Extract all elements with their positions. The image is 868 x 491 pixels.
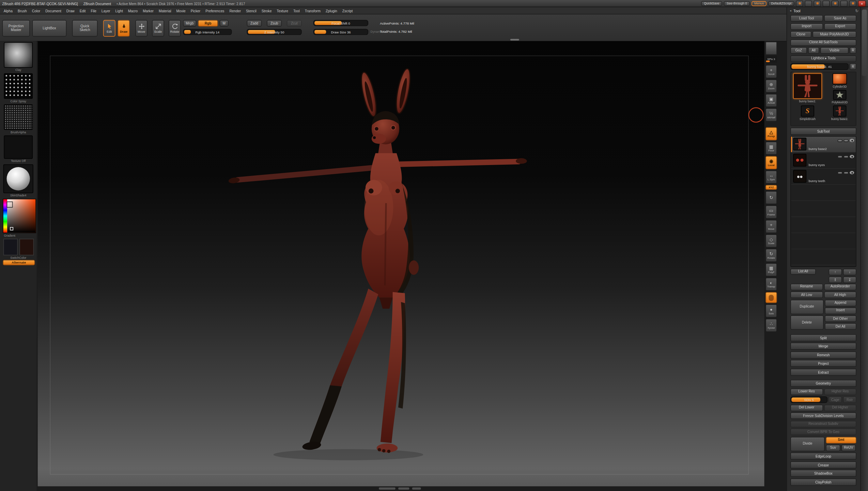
panel-refresh-icon[interactable]: ↻	[855, 9, 859, 13]
tool-item[interactable]: S SimpleBrush	[794, 105, 821, 120]
all-high-button[interactable]: All High	[824, 292, 856, 298]
subtool-row[interactable]	[791, 249, 856, 265]
right-shelf-button[interactable]: ▭ Frame	[765, 205, 777, 219]
draw-button[interactable]: Draw	[118, 20, 130, 37]
shelf-scroll-handle[interactable]	[510, 39, 519, 41]
menu-item[interactable]: Brush	[15, 7, 29, 14]
smt-toggle[interactable]: Smt	[826, 437, 856, 444]
spix-slider[interactable]: SPix 3	[765, 56, 777, 63]
visibility-pill[interactable]	[837, 171, 842, 174]
right-shelf-button[interactable]: ↻	[765, 191, 777, 204]
section-header[interactable]: Extract	[790, 368, 856, 375]
append-button[interactable]: Append	[824, 299, 856, 306]
export-button[interactable]: Export	[824, 23, 856, 30]
tool-item-thumbnail[interactable]	[833, 90, 846, 100]
subtool-row[interactable]	[791, 233, 856, 249]
tool-item[interactable]: Cylinder3D	[826, 73, 853, 88]
menu-item[interactable]: Render	[227, 7, 244, 14]
eye-icon[interactable]	[850, 155, 854, 158]
alpha-thumbnail[interactable]	[4, 104, 33, 130]
visibility-pill[interactable]	[843, 139, 849, 142]
edit-button[interactable]: Edit	[103, 20, 115, 37]
convert-bpr-button[interactable]: Convert BPR To Geo	[790, 429, 856, 435]
make-polymesh3d-button[interactable]: Make PolyMesh3D	[812, 31, 856, 38]
menu-item[interactable]: Tool	[291, 7, 302, 14]
right-shelf-button[interactable]: ◇ Scale	[765, 234, 777, 248]
mrgb-button[interactable]: Mrgb	[183, 20, 196, 27]
subtool-arrange-button[interactable]: ↓	[843, 269, 856, 276]
subtool-thumbnail[interactable]	[793, 154, 806, 166]
section-header[interactable]: ShadowBox	[790, 470, 856, 477]
zcut-button[interactable]: Zcut	[287, 20, 302, 27]
menu-item[interactable]: Stroke	[259, 7, 274, 14]
visibility-pill[interactable]	[837, 155, 842, 158]
eye-icon[interactable]	[850, 139, 854, 142]
viewport-canvas[interactable]	[38, 41, 764, 486]
titlebar-tool-icon[interactable]	[796, 0, 803, 6]
right-shelf-button[interactable]: ▦ PolyF	[765, 263, 777, 277]
dock-handle[interactable]	[379, 487, 421, 490]
save-as-button[interactable]: Save As	[824, 15, 856, 22]
menu-item[interactable]: File	[88, 7, 99, 14]
tool-r-button[interactable]: R	[850, 63, 856, 70]
menu-item[interactable]: Macro	[125, 7, 140, 14]
visibility-pill[interactable]	[843, 171, 849, 174]
subtool-header[interactable]: SubTool	[790, 128, 856, 135]
brush-slot[interactable]: Clay	[3, 42, 34, 72]
rstr-button[interactable]: Rstr	[843, 396, 856, 403]
subtool-arrange-button[interactable]: ↑	[828, 269, 842, 276]
titlebar-tool-icon[interactable]	[805, 0, 812, 6]
right-shelf-button[interactable]: ▣ Actual	[765, 94, 777, 107]
stroke-slot[interactable]: Color Spray	[3, 73, 34, 103]
section-header[interactable]: Remesh	[790, 351, 856, 358]
titlebar-tool-icon[interactable]	[813, 0, 821, 6]
tool-item[interactable]: bunny base2.	[826, 105, 853, 120]
suv-button[interactable]: Suv	[826, 444, 840, 451]
lightbox-tools-button[interactable]: Lightbox ▸ Tools	[790, 55, 856, 62]
alternate-button[interactable]: Alternate	[3, 260, 35, 265]
menu-item[interactable]: Material	[156, 7, 174, 14]
right-shelf-button[interactable]: ◐ Transp	[765, 278, 777, 291]
del-all-button[interactable]: Del All	[824, 323, 856, 330]
m-button[interactable]: M	[220, 20, 229, 27]
material-slot[interactable]: SkinShade4	[3, 164, 34, 197]
section-header[interactable]: EdgeLoop	[790, 452, 856, 460]
menu-item[interactable]: Movie	[174, 7, 188, 14]
goz-all-button[interactable]: All	[808, 47, 819, 54]
scale-button[interactable]: Scale	[152, 20, 164, 37]
subtool-thumbnail[interactable]	[793, 138, 806, 150]
higher-res-button[interactable]: Higher Res	[824, 388, 856, 395]
subtool-row[interactable]	[791, 217, 856, 233]
quicksave-button[interactable]: QuickSave	[701, 1, 722, 6]
alpha-slot[interactable]: BrushAlpha	[3, 104, 34, 134]
menu-item[interactable]: Layer	[99, 7, 113, 14]
zadd-button[interactable]: Zadd	[247, 20, 262, 27]
tool-item-slider[interactable]: bunny base2. 41	[790, 63, 849, 70]
stroke-thumbnail[interactable]	[4, 73, 33, 99]
close-icon[interactable]: ×	[858, 0, 866, 6]
cage-button[interactable]: Cage	[828, 396, 842, 403]
menu-item[interactable]: Zplugin	[323, 7, 340, 14]
delete-button[interactable]: Delete	[790, 315, 823, 330]
reconstruct-subdiv-button[interactable]: Reconstruct Subdiv	[790, 420, 856, 427]
rotate-button[interactable]: Rotate	[169, 20, 181, 37]
goz-visible-button[interactable]: Visible	[820, 47, 849, 54]
menu-item[interactable]: Preferences	[203, 7, 227, 14]
spix-thumbnail[interactable]	[765, 42, 777, 55]
section-header[interactable]: Split	[790, 334, 856, 341]
menu-item[interactable]: Light	[113, 7, 125, 14]
menu-item[interactable]: Marker	[140, 7, 156, 14]
rgb-button[interactable]: Rgb	[198, 20, 218, 27]
menu-item[interactable]: Picker	[188, 7, 203, 14]
menu-item[interactable]: Color	[29, 7, 43, 14]
menu-item[interactable]: Edit	[77, 7, 88, 14]
material-thumbnail[interactable]	[3, 164, 33, 193]
right-shelf-button[interactable]: XYZ	[765, 185, 777, 190]
section-header[interactable]: ClayPolish	[790, 478, 856, 486]
tool-item[interactable]: PolyMesh3D	[826, 90, 853, 104]
section-header[interactable]: Crease	[790, 461, 856, 468]
quick-sketch-button[interactable]: Quick Sketch	[72, 20, 98, 37]
freeze-subdivision-button[interactable]: Freeze SubDivision Levels	[790, 413, 856, 419]
tool-item[interactable]: bunny base2.	[792, 73, 823, 102]
move-button[interactable]: Move	[135, 20, 148, 37]
